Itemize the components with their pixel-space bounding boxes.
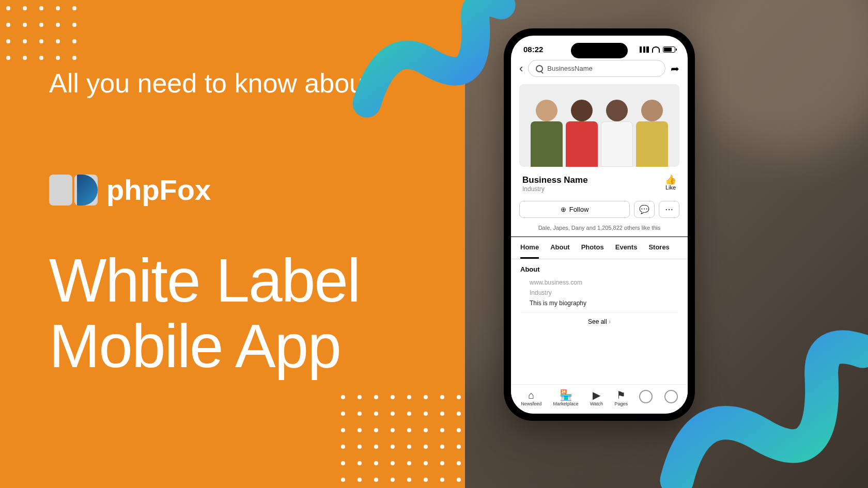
action-row: ⊕ Follow 💬 ⋯ (511, 198, 688, 221)
tv-icon: ▶ (593, 390, 600, 400)
tab-photos[interactable]: Photos (581, 237, 604, 259)
logo-icon (49, 175, 98, 206)
phone-notch (571, 43, 628, 58)
nav-label: Pages (614, 401, 628, 406)
nav-watch[interactable]: ▶ Watch (590, 390, 603, 406)
status-time: 08:22 (523, 45, 543, 54)
follow-label: Follow (569, 206, 589, 213)
store-icon: 🏪 (560, 390, 572, 400)
likers-text: Dale, Japes, Dany and 1,205,822 others l… (511, 221, 688, 237)
battery-icon (663, 46, 675, 53)
about-bio: This is my biography (520, 298, 678, 308)
banner: All you need to know about phpFox White … (0, 0, 868, 488)
top-squiggle-decoration (351, 0, 517, 129)
main-title: White Label Mobile App (49, 248, 360, 380)
business-header: Business Name Industry 👍 Like (511, 170, 688, 198)
nav-newsfeed[interactable]: ⌂ Newsfeed (521, 390, 541, 406)
nav-pages[interactable]: ⚑ Pages (614, 390, 628, 406)
tab-stores[interactable]: Stores (648, 237, 669, 259)
follow-button[interactable]: ⊕ Follow (519, 201, 630, 218)
about-url: www.business.com (520, 277, 678, 288)
logo-text: phpFox (106, 173, 211, 207)
top-left-dots (6, 6, 76, 60)
chat-icon: 💬 (639, 204, 649, 214)
about-heading: About (520, 265, 678, 273)
more-button[interactable]: ⋯ (659, 201, 679, 218)
search-text: BusinessName (547, 65, 592, 72)
tab-events[interactable]: Events (615, 237, 638, 259)
tab-about[interactable]: About (550, 237, 570, 259)
wifi-icon (652, 46, 660, 53)
nav-circle-1[interactable] (639, 390, 653, 406)
follow-plus-icon: ⊕ (561, 206, 566, 213)
title-line-1: White Label (49, 248, 360, 313)
nav-marketplace[interactable]: 🏪 Marketplace (553, 390, 579, 406)
flag-icon: ⚑ (616, 390, 626, 400)
like-button[interactable]: 👍 Like (665, 175, 676, 193)
business-name: Business Name (522, 175, 588, 185)
business-industry: Industry (522, 185, 588, 193)
nav-label: Watch (590, 401, 603, 406)
message-button[interactable]: 💬 (634, 201, 655, 218)
title-line-2: Mobile App (49, 313, 360, 379)
about-industry: Industry (520, 288, 678, 298)
top-bar: ‹ BusinessName ➦ (511, 56, 688, 81)
share-icon[interactable]: ➦ (671, 62, 679, 75)
tab-home[interactable]: Home (520, 237, 539, 259)
search-icon (536, 65, 543, 72)
home-icon: ⌂ (528, 390, 534, 400)
bottom-right-dots (341, 395, 477, 482)
bottom-squiggle-decoration (656, 320, 868, 488)
nav-label: Marketplace (553, 401, 579, 406)
nav-label: Newsfeed (521, 401, 541, 406)
subtitle-text: All you need to know about (49, 67, 371, 99)
see-all-button[interactable]: See all (520, 312, 678, 330)
like-label: Like (665, 184, 676, 191)
more-icon: ⋯ (665, 204, 673, 214)
profile-cover (519, 84, 679, 167)
circle-icon (639, 390, 653, 403)
profile-tabs: Home About Photos Events Stores (511, 237, 688, 259)
signal-icon (640, 46, 649, 53)
status-indicators (640, 45, 675, 54)
logo: phpFox (49, 173, 211, 207)
back-icon[interactable]: ‹ (519, 62, 523, 75)
thumbs-up-icon: 👍 (665, 175, 676, 184)
search-field[interactable]: BusinessName (528, 60, 665, 77)
